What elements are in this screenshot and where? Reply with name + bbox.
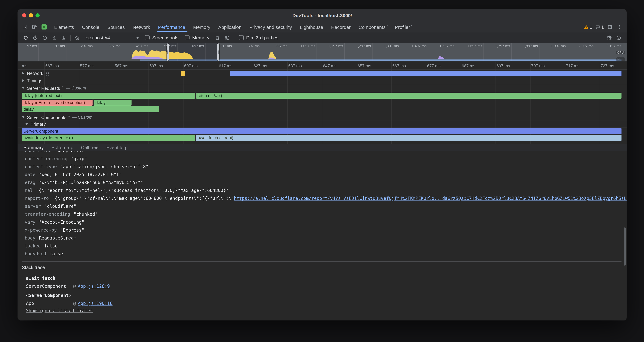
- collapsed-twisty-icon[interactable]: [22, 79, 24, 82]
- track-primary-header[interactable]: Primary: [18, 121, 626, 128]
- separator: [70, 35, 71, 41]
- react-devtools-icon[interactable]: [39, 22, 49, 32]
- divider: [22, 261, 622, 262]
- drawer-tab[interactable]: Event log: [102, 144, 130, 151]
- capture-settings-gear-icon[interactable]: [604, 33, 614, 42]
- event-bar-delay[interactable]: delay: [94, 100, 132, 106]
- ruler-time-label: 687 ms: [462, 64, 496, 68]
- stack-frame-title: <ServerComponent>: [18, 291, 626, 299]
- summary-pane: connection"keep-alive" content-encoding"…: [18, 151, 626, 320]
- panel-tab[interactable]: Network: [129, 22, 154, 32]
- header-value: "cloudflare": [44, 204, 76, 209]
- server-components-row-1: ServerComponent: [18, 128, 626, 134]
- selection-handle-left[interactable]: [166, 44, 168, 61]
- event-bar-server-component[interactable]: ServerComponent: [22, 128, 622, 134]
- device-toolbar-icon[interactable]: [30, 22, 39, 32]
- inspect-icon[interactable]: [20, 22, 30, 32]
- event-bar-await-delay[interactable]: await delay (deferred text): [22, 135, 195, 141]
- header-row: x-powered-by"Express": [18, 226, 626, 234]
- panel-tab[interactable]: Performance: [154, 22, 190, 32]
- panel-tab[interactable]: Application: [215, 22, 246, 32]
- track-timings[interactable]: Timings: [18, 77, 626, 84]
- track-network[interactable]: Network: [18, 70, 626, 77]
- checkbox-box: [239, 35, 244, 40]
- expanded-twisty-icon[interactable]: [25, 123, 28, 125]
- panel-tab[interactable]: Console: [78, 22, 104, 32]
- panel-tab[interactable]: Memory: [190, 22, 215, 32]
- screenshots-checkbox[interactable]: Screenshots: [145, 35, 178, 40]
- settings-gear-icon[interactable]: [606, 23, 614, 32]
- event-bar-delay[interactable]: delay: [22, 106, 160, 112]
- panel-tab[interactable]: Privacy and security: [246, 22, 296, 32]
- performance-toolbar: localhost #4 Screenshots Memory Dim 3rd …: [18, 32, 626, 43]
- report-url-link[interactable]: https://a.nel.cloudflare.com/report/v4?s…: [234, 196, 626, 201]
- header-row: etag"W/\"4b1-RjEJloX9kRinu6F0MAZMmy6E5iA…: [18, 179, 626, 187]
- close-button[interactable]: [22, 13, 26, 18]
- messages-badge[interactable]: 1: [594, 25, 605, 30]
- header-value: "Accept-Encoding": [39, 220, 84, 225]
- save-profile-icon[interactable]: [59, 33, 68, 42]
- panel-tab[interactable]: Profiler*: [392, 22, 416, 32]
- record-icon[interactable]: [21, 33, 30, 42]
- network-request-bar[interactable]: [181, 71, 185, 76]
- cpu-lane-label: CPU: [616, 51, 625, 54]
- memory-checkbox[interactable]: Memory: [185, 35, 209, 40]
- network-request-bar[interactable]: [230, 71, 622, 76]
- event-bar-await-fetch[interactable]: await fetch (…/api): [196, 135, 622, 141]
- timeline-overview[interactable]: 97 ms197 ms297 ms397 ms497 ms597 ms697 m…: [18, 43, 626, 62]
- selection-handle-right[interactable]: [218, 44, 220, 61]
- load-profile-icon[interactable]: [50, 33, 59, 42]
- history-dropdown[interactable]: localhost #4: [82, 35, 142, 40]
- header-key: date: [25, 172, 35, 177]
- drag-handle-icon[interactable]: [46, 71, 49, 75]
- server-components-row-2: await delay (deferred text) await fetch …: [18, 134, 626, 141]
- collect-garbage-icon[interactable]: [212, 33, 222, 42]
- drawer-tabbar: SummaryBottom-upCall treeEvent log: [18, 144, 626, 151]
- stack-frame-location-link[interactable]: App.js:190:16: [78, 301, 112, 306]
- header-row: date"Wed, 01 Oct 2025 18:32:01 GMT": [18, 171, 626, 179]
- stack-frame-at: @: [73, 284, 76, 289]
- event-bar-delayed-error[interactable]: delayedError (…ayed exception): [22, 100, 92, 106]
- event-bar-fetch-api[interactable]: fetch (…/api): [196, 93, 622, 99]
- drawer-tab[interactable]: Call tree: [77, 144, 102, 151]
- issues-badge[interactable]: 1: [582, 25, 594, 30]
- show-ignore-listed-frames-link[interactable]: Show ignore-listed frames: [26, 308, 93, 313]
- panel-tab[interactable]: Sources: [104, 22, 129, 32]
- record-and-reload-icon[interactable]: [30, 33, 40, 42]
- help-icon[interactable]: ?: [614, 33, 624, 42]
- live-metrics-home-icon[interactable]: [72, 33, 82, 42]
- panel-tab[interactable]: Recorder: [328, 22, 355, 32]
- dim-3rd-parties-checkbox[interactable]: Dim 3rd parties: [239, 35, 278, 40]
- devtools-window: DevTools - localhost:3000/ ElementsConso…: [18, 9, 626, 320]
- header-key: report-to: [25, 196, 49, 201]
- kebab-menu-icon[interactable]: [615, 23, 624, 32]
- expanded-twisty-icon[interactable]: [22, 116, 24, 118]
- header-key: bodyUsed: [25, 251, 46, 256]
- panel-tab[interactable]: Components*: [355, 22, 392, 32]
- panel-tab[interactable]: Lighthouse: [296, 22, 328, 32]
- stack-trace-list: await fetch ServerComponent@App.js:128:9…: [18, 274, 626, 313]
- expanded-twisty-icon[interactable]: [22, 87, 24, 89]
- header-value-prefix: "{\"group\":\"cf-nel\",\"max_age\":60480…: [52, 196, 234, 201]
- event-bar-delay-deferred[interactable]: delay (deferred text): [22, 93, 195, 99]
- scrollbar-thumb[interactable]: [624, 227, 626, 265]
- header-value: "keep-alive": [55, 151, 87, 153]
- zoom-button[interactable]: [36, 13, 40, 18]
- drawer-tab[interactable]: Summary: [20, 144, 48, 151]
- minimize-button[interactable]: [29, 13, 33, 18]
- stack-frame-location-link[interactable]: App.js:128:9: [78, 284, 110, 289]
- header-key: transfer-encoding: [25, 212, 70, 217]
- stack-frame-at: @: [73, 301, 76, 306]
- ruler-time-label: 597 ms: [150, 64, 184, 68]
- track-server-components-header[interactable]: Server Components * — Custom: [18, 114, 626, 121]
- stack-frame: ServerComponent@App.js:128:9: [18, 282, 626, 290]
- panel-tab[interactable]: Elements: [51, 22, 78, 32]
- collapsed-twisty-icon[interactable]: [22, 72, 24, 75]
- track-server-requests-header[interactable]: Server Requests * — Custom: [18, 84, 626, 92]
- tune-icon[interactable]: [222, 33, 232, 42]
- drawer-tab[interactable]: Bottom-up: [48, 144, 77, 151]
- time-ruler: ms 567 ms577 ms587 ms597 ms607 ms617 ms6…: [18, 62, 626, 70]
- ruler-time-label: 637 ms: [288, 64, 323, 68]
- ruler-time-label: 717 ms: [566, 64, 600, 68]
- clear-icon[interactable]: [40, 33, 50, 42]
